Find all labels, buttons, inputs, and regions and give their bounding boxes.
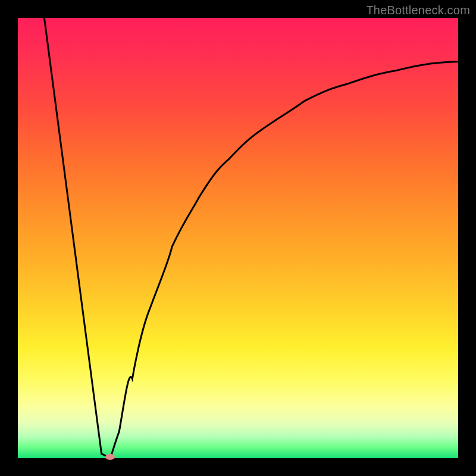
bottleneck-curve <box>18 18 458 458</box>
curve-right-rise <box>110 61 458 458</box>
min-marker-dot <box>105 454 115 460</box>
chart-frame: TheBottleneck.com <box>0 0 476 476</box>
curve-left-descent <box>44 18 110 458</box>
watermark-text: TheBottleneck.com <box>366 4 470 17</box>
plot-area <box>18 18 458 458</box>
